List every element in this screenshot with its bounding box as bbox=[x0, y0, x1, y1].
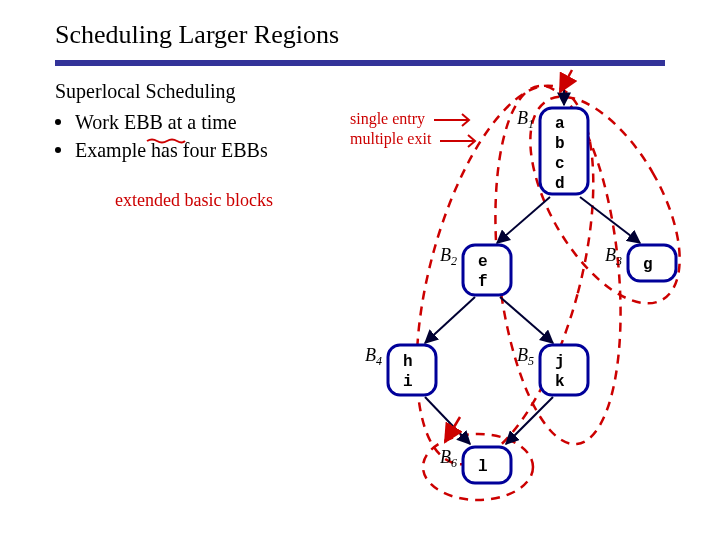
cfg-diagram: B1 a b c d B2 e f B3 g B4 h i bbox=[0, 0, 720, 540]
svg-text:B5: B5 bbox=[517, 345, 534, 368]
block-b5: B5 j k bbox=[517, 345, 588, 395]
red-arrow-icon bbox=[560, 70, 572, 92]
block-b3: B3 g bbox=[605, 245, 676, 281]
block-label: B bbox=[517, 345, 528, 365]
code-line: f bbox=[478, 273, 488, 291]
block-label: B bbox=[365, 345, 376, 365]
block-b1: B1 a b c d bbox=[517, 108, 588, 194]
code-line: b bbox=[555, 135, 565, 153]
code-line: g bbox=[643, 256, 653, 274]
code-line: k bbox=[555, 373, 565, 391]
svg-text:B3: B3 bbox=[605, 245, 622, 268]
block-label: B bbox=[605, 245, 616, 265]
code-line: e bbox=[478, 253, 488, 271]
block-sub: 2 bbox=[451, 254, 457, 268]
block-sub: 1 bbox=[528, 117, 534, 131]
code-line: a bbox=[555, 115, 565, 133]
svg-text:B1: B1 bbox=[517, 108, 534, 131]
code-line: j bbox=[555, 353, 565, 371]
block-label: B bbox=[517, 108, 528, 128]
cfg-edge bbox=[506, 397, 553, 444]
block-sub: 5 bbox=[528, 354, 534, 368]
code-line: l bbox=[478, 458, 488, 476]
code-line: h bbox=[403, 353, 413, 371]
slide: Scheduling Larger Regions Superlocal Sch… bbox=[0, 0, 720, 540]
ebb-ellipse bbox=[500, 73, 710, 327]
svg-text:B4: B4 bbox=[365, 345, 382, 368]
block-sub: 4 bbox=[376, 354, 382, 368]
block-sub: 6 bbox=[451, 456, 457, 470]
code-line: i bbox=[403, 373, 413, 391]
svg-text:B6: B6 bbox=[440, 447, 457, 470]
block-b2: B2 e f bbox=[440, 245, 511, 295]
cfg-edge bbox=[500, 297, 553, 343]
cfg-edge bbox=[425, 297, 475, 343]
code-line: c bbox=[555, 155, 565, 173]
cfg-edge bbox=[497, 197, 550, 243]
cfg-edge bbox=[580, 197, 640, 243]
code-line: d bbox=[555, 175, 565, 193]
block-b6: B6 l bbox=[440, 447, 511, 483]
block-b4: B4 h i bbox=[365, 345, 436, 395]
svg-text:B2: B2 bbox=[440, 245, 457, 268]
block-label: B bbox=[440, 245, 451, 265]
block-sub: 3 bbox=[615, 254, 622, 268]
block-label: B bbox=[440, 447, 451, 467]
